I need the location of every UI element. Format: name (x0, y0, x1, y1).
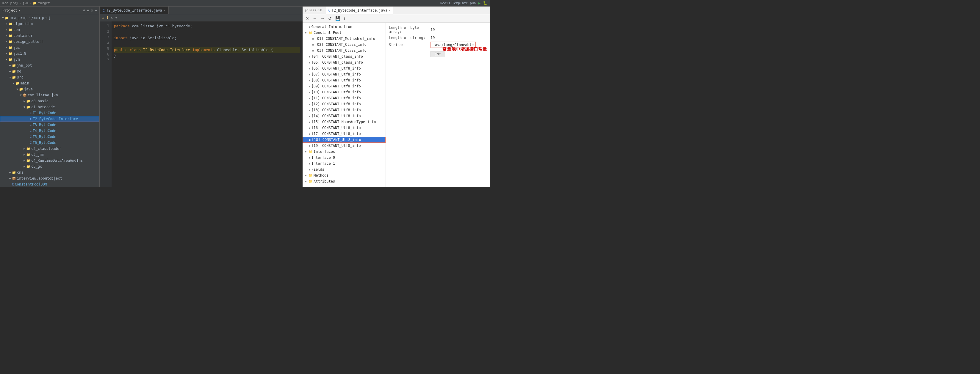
help-btn[interactable]: ℹ (343, 16, 347, 21)
rt-general-info[interactable]: ▪ General Information (302, 24, 386, 30)
tree-item-interview[interactable]: ▶ 📦 interview.aboutobject (0, 175, 99, 181)
tree-item-c1-bytecode[interactable]: ▼ 📁 c1_bytecode (0, 104, 99, 110)
tree-item-main[interactable]: ▼ 📁 main (0, 80, 99, 86)
save-btn[interactable]: 💾 (334, 16, 342, 21)
tree-root[interactable]: ▼ 📁 mca_proj ~/mca_proj (0, 15, 99, 21)
cp19-label: [19] CONSTANT_Utf8_info (312, 144, 361, 148)
tree-item-md[interactable]: ▶ 📁 md (0, 68, 99, 74)
jclasslib-label: jclasslib: (304, 8, 324, 12)
run-button[interactable]: ▶ (478, 1, 480, 5)
jclasslib-tab[interactable]: C T2_ByteCode_Interface.java ✕ (326, 6, 393, 14)
rt-cp08[interactable]: ▪ [08] CONSTANT_Utf8_info (302, 77, 386, 83)
src-label: src (17, 75, 24, 79)
rt-iface0[interactable]: ▪ Interface 0 (302, 155, 386, 160)
cp16-icon: ▪ (309, 126, 310, 130)
code-line-7 (114, 59, 300, 65)
close-panel-icon[interactable]: − (95, 8, 97, 13)
rt-methods[interactable]: ▶ 📁 Methods (302, 173, 386, 178)
tree-item-com[interactable]: ▶ 📁 com (0, 27, 99, 33)
design-pattern-icon: 📁 (8, 40, 13, 44)
tree-item-design-pattern[interactable]: ▶ 📁 design_pattern (0, 39, 99, 44)
tree-item-c3[interactable]: ▶ 📁 c3_jmm (0, 152, 99, 158)
cp06-label: [06] CONSTANT_Utf8_info (312, 66, 361, 70)
main-label: main (21, 81, 29, 85)
cp02-label: [02] CONSTANT_Class_info (315, 43, 366, 47)
scope-icon[interactable]: ⊕ (83, 8, 85, 13)
tree-item-container[interactable]: ▶ 📁 container (0, 33, 99, 39)
rt-cp04[interactable]: ▪ [04] CONSTANT_Class_info (302, 54, 386, 59)
tree-item-java[interactable]: ▼ 📁 java (0, 86, 99, 92)
rt-cp10[interactable]: ▪ [10] CONSTANT_Utf8_info (302, 89, 386, 95)
tree-item-t4[interactable]: C T4_ByteCode (0, 128, 99, 134)
tree-item-t5[interactable]: C T5_ByteCode (0, 134, 99, 140)
rt-cp05[interactable]: ▪ [05] CONSTANT_Class_info (302, 59, 386, 65)
tree-item-algorithm[interactable]: ▶ 📁 algorithm (0, 21, 99, 27)
line-numbers: 1 2 3 4 5 6 7 (100, 21, 111, 187)
edit-button[interactable]: Edit (431, 51, 444, 57)
breadcrumb-arrow2: › (29, 1, 32, 5)
tree-item-c4[interactable]: ▶ 📁 c4_RuntimeDataAreaAndIns (0, 158, 99, 163)
tree-item-juc[interactable]: ▶ 📁 juc (0, 44, 99, 51)
nav-up-icon[interactable]: ∧ (111, 16, 113, 20)
cp03-label: [03] CONSTANT_Class_info (315, 48, 366, 52)
tree-item-jvm[interactable]: ▼ 📁 jvm (0, 57, 99, 62)
rt-cp14[interactable]: ▪ [14] CONSTANT_Utf8_info (302, 113, 386, 119)
settings-icon[interactable]: ⚙ (91, 8, 93, 13)
tree-item-t1[interactable]: C T1_ByteCode (0, 110, 99, 116)
rt-interfaces[interactable]: ▼ 📁 Interfaces (302, 149, 386, 155)
tree-item-com-listao-jvm[interactable]: ▼ 📦 com.listao.jvm (0, 92, 99, 98)
cp05-icon: ▪ (309, 61, 310, 65)
attributes-arrow: ▶ (305, 180, 309, 183)
rt-constant-pool[interactable]: ▼ 📁 Constant Pool (302, 30, 386, 36)
rt-cp17[interactable]: ▪ [17] CONSTANT_Utf8_info (302, 131, 386, 137)
panel-dropdown-icon[interactable]: ▼ (19, 9, 20, 12)
rt-fields[interactable]: ▪ Fields (302, 166, 386, 173)
tree-item-c0-basic[interactable]: ▶ 📁 c0_basic (0, 98, 99, 104)
tree-item-juc18[interactable]: ▶ 📁 juc1.8 (0, 51, 99, 57)
editor-tab-active[interactable]: C T2_ByteCode_Interface.java ✕ (100, 6, 169, 14)
rt-cp16[interactable]: ▪ [16] CONSTANT_Utf8_info (302, 125, 386, 131)
rt-cp18[interactable]: ▪ [18] CONSTANT_Utf8_info (302, 137, 386, 143)
algorithm-label: algorithm (13, 22, 33, 26)
refresh-btn[interactable]: ↺ (327, 16, 333, 21)
close-btn[interactable]: ✕ (304, 16, 310, 21)
debug-button[interactable]: 🐛 (483, 1, 488, 5)
nav-down-icon[interactable]: ∨ (115, 16, 117, 20)
rt-cp06[interactable]: ▪ [06] CONSTANT_Utf8_info (302, 65, 386, 71)
container-label: container (13, 33, 33, 38)
tree-item-t6[interactable]: C T6_ByteCode (0, 140, 99, 146)
rt-cp09[interactable]: ▪ [09] CONSTANT_Utf8_info (302, 83, 386, 89)
collapse-all-icon[interactable]: ≡ (87, 8, 89, 13)
rt-cp01[interactable]: ▪ [01] CONSTANT_Methodref_info (302, 36, 386, 42)
length-byte-value: 19 (431, 28, 435, 32)
rt-cp07[interactable]: ▪ [07] CONSTANT_Utf8_info (302, 71, 386, 77)
tree-item-cms[interactable]: ▶ 📁 cms (0, 170, 99, 175)
methods-folder-icon: 📁 (309, 174, 313, 177)
rt-cp12[interactable]: ▪ [12] CONSTANT_Utf8_info (302, 101, 386, 107)
interfaces-arrow: ▼ (305, 150, 309, 153)
code-editor[interactable]: package com.listao.jvm.c1_bytecode; impo… (111, 21, 302, 187)
rt-cp15[interactable]: ▪ [15] CONSTANT_NameAndType_info (302, 119, 386, 125)
tree-item-jvm-ppt[interactable]: ▶ 📁 jvm_ppt (0, 62, 99, 68)
rt-cp19[interactable]: ▪ [19] CONSTANT_Utf8_info (302, 143, 386, 149)
cp04-icon: ▪ (309, 55, 310, 59)
tree-item-t2[interactable]: C T2_ByteCode_Interface (0, 116, 99, 122)
forward-btn[interactable]: → (319, 16, 326, 21)
tab-close-btn[interactable]: ✕ (164, 9, 165, 12)
rt-cp13[interactable]: ▪ [13] CONSTANT_Utf8_info (302, 107, 386, 113)
rt-cp11[interactable]: ▪ [11] CONSTANT_Utf8_info (302, 95, 386, 101)
back-btn[interactable]: ← (312, 16, 318, 21)
tree-item-src[interactable]: ▼ 📁 src (0, 74, 99, 80)
rt-cp03[interactable]: ▪ [03] CONSTANT_Class_info (302, 48, 386, 54)
rt-cp02[interactable]: ▪ [02] CONSTANT_Class_info (302, 42, 386, 48)
c1-label: c1_bytecode (31, 105, 55, 109)
tree-item-t3[interactable]: C T3_ByteCode (0, 122, 99, 128)
rt-iface1[interactable]: ▪ Interface 1 (302, 160, 386, 166)
tree-item-constantpool[interactable]: C ConstantPoolOOM (0, 181, 99, 187)
root-arrow: ▼ (1, 16, 5, 19)
tree-item-c5[interactable]: ▶ 📁 c5_gc (0, 163, 99, 170)
rt-attributes[interactable]: ▶ 📁 Attributes (302, 178, 386, 184)
c2-icon: 📁 (26, 147, 30, 151)
jclasslib-tab-close[interactable]: ✕ (388, 9, 390, 12)
tree-item-c2[interactable]: ▶ 📁 c2_classloader (0, 146, 99, 152)
